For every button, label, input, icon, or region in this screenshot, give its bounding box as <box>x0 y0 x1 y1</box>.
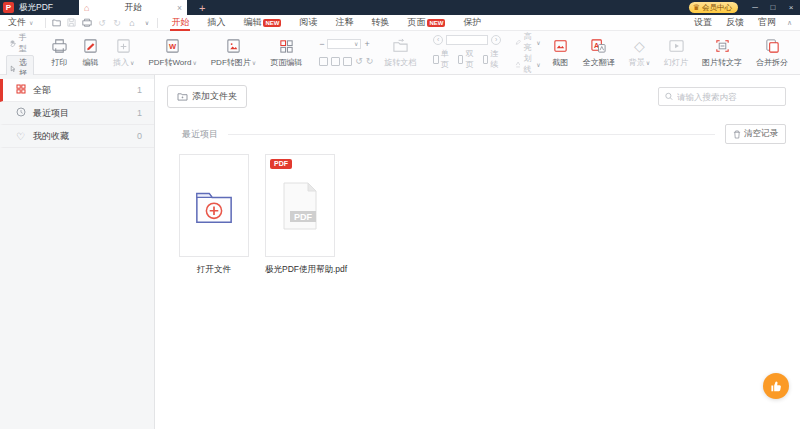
single-page-icon <box>433 55 439 64</box>
previous-page-button[interactable]: ‹ <box>433 35 443 45</box>
chevron-down-icon: ∨ <box>354 40 358 47</box>
image-to-text-button[interactable]: 图片转文字 <box>695 31 749 74</box>
sidebar-item-favorites[interactable]: ♡ 我的收藏 0 <box>0 125 154 148</box>
merge-split-label: 合并拆分 <box>756 57 788 68</box>
section-title: 最近项目 <box>182 128 218 141</box>
hand-tool-label: 手型 <box>19 32 31 54</box>
slideshow-button[interactable]: 幻灯片 <box>657 31 695 74</box>
zoom-level-select[interactable]: ∨ <box>327 39 361 49</box>
add-folder-button[interactable]: 添加文件夹 <box>167 85 247 108</box>
search-icon <box>665 92 673 101</box>
screenshot-button[interactable]: 截图 <box>545 31 576 74</box>
actual-size-button[interactable] <box>319 57 328 66</box>
undo-icon[interactable]: ↺ <box>95 18 108 28</box>
card-label: 极光PDF使用帮助.pdf <box>265 264 335 276</box>
tab-label: 编辑 <box>243 16 261 29</box>
insert-button[interactable]: 插入∨ <box>106 31 141 74</box>
next-page-button[interactable]: › <box>491 35 501 45</box>
pdf-to-word-button[interactable]: W PDF转Word∨ <box>141 31 203 74</box>
edit-button[interactable]: 编辑 <box>75 31 106 74</box>
page-number-input[interactable] <box>446 35 488 45</box>
rotate-left-button[interactable]: ↺ <box>355 56 363 66</box>
feedback-link[interactable]: 反馈 <box>719 16 751 29</box>
merge-split-button[interactable]: 合并拆分 <box>749 31 795 74</box>
document-tab[interactable]: ⌂ 开始 × <box>79 0 187 15</box>
feedback-fab-button[interactable] <box>763 373 789 399</box>
underline-button[interactable]: 划线 ∨ <box>515 53 540 75</box>
double-page-button[interactable]: 双页 <box>458 48 477 70</box>
website-link[interactable]: 官网 <box>751 16 783 29</box>
search-box[interactable] <box>658 87 786 106</box>
print-button[interactable]: 打印 <box>44 31 75 74</box>
chevron-down-icon: ∨ <box>252 59 256 66</box>
tab-title: 开始 <box>89 2 177 14</box>
sidebar-item-label: 全部 <box>33 84 51 97</box>
sidebar-item-label: 最近项目 <box>33 107 69 120</box>
tab-label: 保护 <box>463 16 481 29</box>
open-file-card[interactable]: 打开文件 <box>179 154 249 276</box>
print-icon[interactable] <box>80 18 93 28</box>
image-to-text-label: 图片转文字 <box>702 57 742 68</box>
slideshow-label: 幻灯片 <box>664 57 688 68</box>
tab-protect[interactable]: 保护 <box>454 15 490 31</box>
fit-width-button[interactable] <box>343 57 352 66</box>
rotate-document-button[interactable]: 旋转文档 <box>377 31 423 74</box>
menubar-right: 设置 反馈 官网 ∧ <box>687 16 800 29</box>
tab-insert[interactable]: 插入 <box>198 15 234 31</box>
close-button[interactable]: × <box>782 3 800 12</box>
trash-icon <box>733 130 741 139</box>
clock-icon <box>15 107 26 119</box>
file-menu[interactable]: 文件 ∨ <box>0 16 41 29</box>
sidebar-item-all[interactable]: 全部 1 <box>0 79 154 102</box>
section-divider <box>228 134 715 135</box>
save-icon[interactable] <box>65 18 78 28</box>
fit-page-button[interactable] <box>331 57 340 66</box>
content-area: 全部 1 最近项目 1 ♡ 我的收藏 0 添加文件夹 <box>0 75 800 429</box>
insert-label: 插入 <box>113 57 129 68</box>
member-center-badge[interactable]: ♛ 会员中心 <box>689 2 738 13</box>
minimize-button[interactable]: ─ <box>746 3 764 12</box>
search-input[interactable] <box>677 92 779 102</box>
customize-dropdown-icon[interactable]: ∨ <box>140 19 153 26</box>
chevron-down-icon: ∨ <box>536 39 540 46</box>
tab-edit[interactable]: 编辑 NEW <box>234 15 290 31</box>
rotate-right-button[interactable]: ↻ <box>366 56 374 66</box>
maximize-button[interactable]: □ <box>764 3 782 12</box>
edit-label: 编辑 <box>83 57 99 68</box>
tab-annotate[interactable]: 注释 <box>326 15 362 31</box>
redo-icon[interactable]: ↻ <box>110 18 123 28</box>
single-page-button[interactable]: 单页 <box>433 48 452 70</box>
continuous-button[interactable]: 连续 <box>483 48 502 70</box>
watermark-button[interactable]: % 水印∨ <box>795 31 800 74</box>
add-folder-label: 添加文件夹 <box>192 90 237 103</box>
background-button[interactable]: ◇ 背景∨ <box>622 31 657 74</box>
tab-label: 阅读 <box>299 16 317 29</box>
home-page-icon[interactable]: ⌂ <box>125 18 138 28</box>
tab-page[interactable]: 页面 NEW <box>398 15 454 31</box>
open-file-icon[interactable] <box>50 18 63 28</box>
clear-records-button[interactable]: 清空记录 <box>725 124 786 144</box>
sidebar-item-recent[interactable]: 最近项目 1 <box>0 102 154 125</box>
tab-label: 注释 <box>335 16 353 29</box>
pdf-to-image-button[interactable]: PDF转图片∨ <box>204 31 263 74</box>
zoom-in-button[interactable]: + <box>364 39 369 49</box>
tab-read[interactable]: 阅读 <box>290 15 326 31</box>
collapse-ribbon-icon[interactable]: ∧ <box>783 19 800 27</box>
translate-button[interactable]: A 全文翻译 <box>576 31 622 74</box>
sidebar-item-count: 1 <box>137 85 142 95</box>
recent-file-card[interactable]: PDF PDF 极光PDF使用帮助.pdf <box>265 154 335 276</box>
settings-link[interactable]: 设置 <box>687 16 719 29</box>
page-edit-button[interactable]: 页面编辑 <box>263 31 309 74</box>
chevron-down-icon: ∨ <box>29 19 33 26</box>
new-tab-button[interactable]: + <box>199 2 205 14</box>
menubar: 文件 ∨ ↺ ↻ ⌂ ∨ 开始 插入 编辑 NEW 阅读 注释 转换 <box>0 15 800 31</box>
tab-home[interactable]: 开始 <box>162 15 198 31</box>
zoom-out-button[interactable]: − <box>319 39 324 49</box>
diamond-icon: ◇ <box>634 38 645 54</box>
ribbon-toolbar: 手型 选择 打印 编辑 插入∨ W PDF转Word∨ PDF转图片∨ 页面编辑… <box>0 31 800 75</box>
hand-tool-button[interactable]: 手型 <box>6 31 34 55</box>
chevron-down-icon: ∨ <box>646 59 650 66</box>
tab-close-icon[interactable]: × <box>177 3 182 13</box>
highlight-button[interactable]: 高亮 ∨ <box>515 31 540 53</box>
tab-convert[interactable]: 转换 <box>362 15 398 31</box>
